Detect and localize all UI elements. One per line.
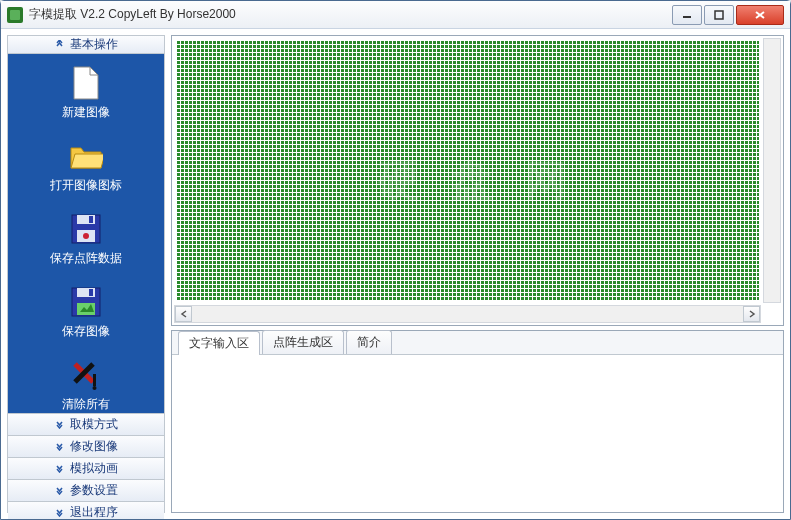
window-controls (670, 5, 784, 25)
maximize-icon (714, 10, 724, 20)
chevron-down-icon (55, 486, 64, 495)
tab-label: 点阵生成区 (273, 335, 333, 349)
sidebar-body: 新建图像 打开图像图标 保存点阵数据 (8, 54, 164, 413)
titlebar: 字模提取 V2.2 CopyLeft By Horse2000 (1, 1, 790, 29)
svg-rect-6 (89, 216, 93, 223)
sidebar-collapsed-group: 取模方式 修改图像 模拟动画 参数设置 退出程序 (8, 413, 164, 519)
close-button[interactable] (736, 5, 784, 25)
chevron-down-icon (55, 464, 64, 473)
svg-rect-15 (93, 374, 96, 386)
sidebar: 基本操作 新建图像 打开图像图标 (7, 35, 165, 513)
sidebar-header-label: 修改图像 (70, 438, 118, 455)
maximize-button[interactable] (704, 5, 734, 25)
svg-point-8 (83, 233, 89, 239)
minimize-icon (682, 10, 692, 20)
sidebar-header-exit[interactable]: 退出程序 (8, 501, 164, 519)
sidebar-header-params[interactable]: 参数设置 (8, 479, 164, 501)
save-image-button[interactable]: 保存图像 (62, 285, 110, 340)
new-file-icon (69, 66, 103, 100)
tab-about[interactable]: 简介 (346, 330, 392, 354)
canvas-panel: 硬 盘 网 (171, 35, 784, 326)
sidebar-header-anim[interactable]: 模拟动画 (8, 457, 164, 479)
clear-all-button[interactable]: 清除所有 (62, 358, 110, 413)
sidebar-header-mode[interactable]: 取模方式 (8, 413, 164, 435)
tool-label: 保存图像 (62, 323, 110, 340)
sidebar-header-label: 基本操作 (70, 36, 118, 53)
sidebar-header-label: 取模方式 (70, 416, 118, 433)
tool-label: 清除所有 (62, 396, 110, 413)
tab-text-input[interactable]: 文字输入区 (178, 331, 260, 355)
app-window: 字模提取 V2.2 CopyLeft By Horse2000 基本操作 (0, 0, 791, 520)
tool-label: 新建图像 (62, 104, 110, 121)
minimize-button[interactable] (672, 5, 702, 25)
dot-matrix-canvas[interactable] (176, 40, 759, 301)
bottom-panel: 文字输入区 点阵生成区 简介 (171, 330, 784, 513)
tabstrip: 文字输入区 点阵生成区 简介 (172, 331, 783, 355)
canvas-scrollbar-vertical[interactable] (763, 38, 781, 303)
clear-all-icon (69, 358, 103, 392)
tab-dot-output[interactable]: 点阵生成区 (262, 330, 344, 354)
chevron-down-icon (55, 420, 64, 429)
chevron-down-icon (55, 508, 64, 517)
scroll-right-button[interactable] (743, 306, 760, 322)
scroll-left-button[interactable] (175, 306, 192, 322)
chevron-right-icon (748, 310, 756, 318)
save-image-icon (69, 285, 103, 319)
tab-label: 文字输入区 (189, 336, 249, 350)
svg-point-16 (93, 386, 97, 390)
tab-label: 简介 (357, 335, 381, 349)
chevron-left-icon (180, 310, 188, 318)
chevron-down-icon (55, 442, 64, 451)
chevron-down-icon (55, 40, 64, 49)
open-folder-icon (69, 139, 103, 173)
client-area: 基本操作 新建图像 打开图像图标 (1, 29, 790, 519)
sidebar-header-label: 退出程序 (70, 504, 118, 519)
window-title: 字模提取 V2.2 CopyLeft By Horse2000 (29, 6, 670, 23)
save-dotdata-button[interactable]: 保存点阵数据 (50, 212, 122, 267)
sidebar-header-basic[interactable]: 基本操作 (8, 36, 164, 54)
sidebar-header-edit[interactable]: 修改图像 (8, 435, 164, 457)
canvas-scrollbar-horizontal[interactable] (174, 305, 761, 323)
tool-label: 保存点阵数据 (50, 250, 122, 267)
main-area: 硬 盘 网 文字输入区 点阵生成区 (171, 35, 784, 513)
sidebar-header-label: 模拟动画 (70, 460, 118, 477)
close-icon (754, 10, 766, 20)
app-icon (7, 7, 23, 23)
sidebar-header-label: 参数设置 (70, 482, 118, 499)
new-image-button[interactable]: 新建图像 (62, 66, 110, 121)
svg-rect-1 (715, 11, 723, 19)
tool-label: 打开图像图标 (50, 177, 122, 194)
tab-content-area[interactable] (172, 355, 783, 512)
svg-rect-11 (89, 289, 93, 296)
open-image-button[interactable]: 打开图像图标 (50, 139, 122, 194)
save-dotdata-icon (69, 212, 103, 246)
